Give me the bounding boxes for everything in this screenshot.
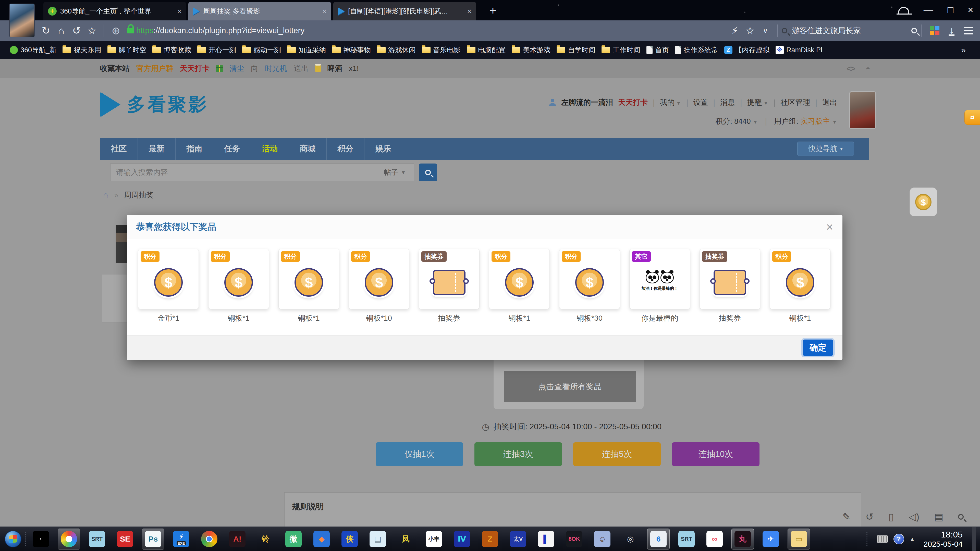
panel-icon[interactable]: ▤: [934, 511, 943, 522]
bookmark-15[interactable]: 首页: [643, 44, 672, 56]
maximize-button[interactable]: □: [948, 5, 953, 16]
user-menu-3[interactable]: 消息: [720, 97, 735, 108]
bookmark-14[interactable]: 工作时间: [598, 44, 643, 56]
fav-site-link[interactable]: 收藏本站: [100, 64, 130, 74]
download-icon[interactable]: ↓: [948, 26, 955, 36]
bell-bow[interactable]: 铃: [254, 529, 277, 549]
wan-pink[interactable]: 丸: [732, 529, 754, 549]
bookmark-7[interactable]: 知道采纳: [284, 44, 329, 56]
official-group-link[interactable]: 官方用户群: [136, 64, 173, 74]
bookmark-8[interactable]: 神秘事物: [329, 44, 374, 56]
kite-orange[interactable]: ◆: [310, 529, 333, 549]
bookmark-4[interactable]: 博客收藏: [149, 44, 194, 56]
points-value[interactable]: 积分: 8440 ▼: [715, 116, 758, 127]
shield-icon[interactable]: ⊕: [108, 25, 124, 37]
phoenix[interactable]: 凤: [395, 529, 417, 549]
bookmark-12[interactable]: 美术游戏: [509, 44, 554, 56]
modal-close-icon[interactable]: ×: [826, 222, 833, 232]
exe-tool[interactable]: ⚡EXE: [170, 529, 192, 549]
bookmark-3[interactable]: 脚丫时空: [104, 44, 149, 56]
bookmark-5[interactable]: 开心一刻: [194, 44, 239, 56]
menu-icon[interactable]: [964, 25, 974, 36]
toolbar-search[interactable]: 游客住进文旅局长家: [782, 25, 917, 36]
breadcrumb-home-icon[interactable]: ⌂: [103, 190, 109, 200]
xia-diamond[interactable]: 侠: [339, 529, 361, 549]
iv-game[interactable]: Ⅳ: [451, 529, 473, 549]
quick-nav-button[interactable]: 快捷导航▾: [797, 141, 854, 156]
bookmark-11[interactable]: 电脑配置: [464, 44, 509, 56]
nav-item-8[interactable]: 娱乐: [364, 138, 402, 160]
wechat[interactable]: 微: [282, 529, 305, 549]
favorite-star-icon[interactable]: ☆: [84, 25, 100, 37]
show-hidden-icons[interactable]: ▲: [910, 536, 915, 542]
zoom-icon[interactable]: [958, 514, 964, 519]
thunder-bird[interactable]: ✈: [759, 529, 782, 549]
help-tray-icon[interactable]: ?: [894, 534, 904, 545]
tab-3[interactable]: [自制][华语][港影][邵氏电影][武…×: [333, 2, 476, 21]
nav-item-4[interactable]: 任务: [213, 138, 251, 160]
srt-converter[interactable]: SRT: [86, 529, 108, 549]
home-icon[interactable]: ⌂: [54, 25, 69, 37]
taskbar-clock[interactable]: 18:05 2025-05-04: [924, 529, 963, 549]
bookmark-17[interactable]: Z【内存虚拟: [721, 44, 773, 56]
taiko-v[interactable]: 太V: [507, 529, 529, 549]
pen-icon[interactable]: ✎: [843, 511, 851, 522]
user-menu-4[interactable]: 提醒 ▼: [747, 97, 768, 108]
floating-coin-button[interactable]: $: [910, 187, 937, 216]
c-blue[interactable]: 6: [647, 529, 670, 549]
collect-star-icon[interactable]: ☆: [742, 25, 758, 37]
reload-icon[interactable]: ↻: [38, 25, 54, 37]
bookmark-1[interactable]: 360导航_新: [6, 44, 59, 56]
notepad[interactable]: ▤: [366, 529, 389, 549]
draw-button-1[interactable]: 仅抽1次: [375, 442, 463, 466]
se-editor[interactable]: SE: [114, 529, 136, 549]
flag-blue[interactable]: ▌: [535, 529, 557, 549]
z-orange[interactable]: Z: [479, 529, 501, 549]
apps-grid-icon[interactable]: [930, 26, 939, 35]
code-toggle-icon[interactable]: <>: [846, 64, 856, 73]
app-silhouette[interactable]: ·: [30, 529, 52, 549]
xiaofeng[interactable]: 小丰: [423, 529, 445, 549]
nav-item-5[interactable]: 活动: [251, 138, 289, 160]
edge-sidebar-icon[interactable]: ¤: [964, 110, 980, 125]
tab-close-icon[interactable]: ×: [322, 7, 327, 16]
browser-user-avatar[interactable]: [9, 3, 35, 37]
bookmark-6[interactable]: 感动一刻: [239, 44, 284, 56]
breadcrumb-current[interactable]: 周周抽奖: [124, 190, 154, 200]
srt-converter-2[interactable]: SRT: [675, 529, 698, 549]
folder-explorer[interactable]: ▭: [788, 529, 810, 549]
daily-checkin-link[interactable]: 天天打卡: [180, 64, 210, 74]
atom[interactable]: ◎: [619, 529, 641, 549]
anime-girl[interactable]: ☺: [591, 529, 614, 549]
forum-avatar[interactable]: [850, 91, 876, 129]
search-input[interactable]: 请输入搜索内容 帖子▼: [110, 164, 414, 181]
start-button[interactable]: [5, 530, 21, 548]
chevron-down-icon[interactable]: ∨: [758, 27, 773, 35]
search-button[interactable]: [419, 164, 437, 181]
nav-item-6[interactable]: 商城: [289, 138, 327, 160]
tab-close-icon[interactable]: ×: [467, 7, 472, 16]
photoshop-cs[interactable]: Ps: [142, 529, 164, 549]
browser-360-pinwheel[interactable]: [58, 529, 80, 549]
bookmarks-overflow-icon[interactable]: »: [961, 45, 974, 55]
flash-icon[interactable]: ⚡: [727, 25, 742, 37]
speaker-icon[interactable]: ◁): [908, 511, 919, 522]
site-logo[interactable]: 多看聚影: [100, 92, 209, 118]
bookmark-18[interactable]: ※RamDisk Pl: [773, 44, 825, 56]
draw-button-2[interactable]: 连抽3次: [474, 442, 562, 466]
user-checkin-link[interactable]: 天天打卡: [618, 97, 648, 108]
input-keyboard-icon[interactable]: [877, 535, 888, 543]
draw-button-3[interactable]: 连抽5次: [573, 442, 661, 466]
bookmark-13[interactable]: 自学时间: [554, 44, 598, 56]
user-menu-2[interactable]: 设置: [693, 97, 708, 108]
address-bar[interactable]: https://duokan.club/plugin.php?id=viewui…: [136, 26, 304, 35]
ok-pink[interactable]: 8OK: [563, 529, 585, 549]
user-link-timemachine[interactable]: 时光机: [265, 64, 287, 74]
nav-item-3[interactable]: 指南: [176, 138, 213, 160]
new-tab-button[interactable]: +: [490, 3, 496, 17]
user-menu-5[interactable]: 社区管理: [780, 97, 810, 108]
tab-1[interactable]: +360导航_一个主页，整个世界×: [43, 2, 186, 21]
chrome[interactable]: [198, 529, 221, 549]
user-menu-6[interactable]: 退出: [822, 97, 837, 108]
draw-button-4[interactable]: 连抽10次: [672, 442, 759, 466]
